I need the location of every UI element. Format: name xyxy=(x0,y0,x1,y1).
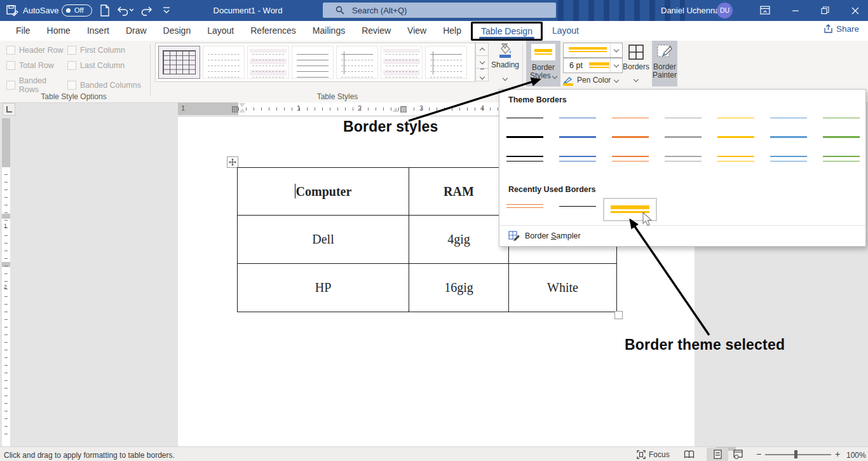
customize-quick-access-toolbar-icon[interactable] xyxy=(163,6,170,14)
minimize-button[interactable] xyxy=(783,0,808,21)
restore-button[interactable] xyxy=(812,0,837,21)
theme-border-swatch[interactable] xyxy=(770,118,807,118)
gallery-scroll-down-button[interactable] xyxy=(475,55,489,69)
checkbox-total-row[interactable]: Total Row xyxy=(6,61,67,70)
table-cell[interactable]: HP xyxy=(238,264,409,312)
print-layout-button[interactable] xyxy=(707,448,728,461)
table-style-thumbnail[interactable] xyxy=(292,46,334,79)
theme-border-swatch[interactable] xyxy=(770,156,807,162)
theme-border-swatch[interactable] xyxy=(559,118,596,118)
zoom-level[interactable]: 100% xyxy=(846,451,866,460)
table-style-thumbnail[interactable] xyxy=(247,46,289,79)
right-indent-marker[interactable] xyxy=(393,107,399,112)
redo-button[interactable] xyxy=(141,5,153,16)
recent-border-swatch-black-thin[interactable] xyxy=(559,206,596,207)
theme-border-swatch[interactable] xyxy=(559,136,596,138)
tab-insert[interactable]: Insert xyxy=(79,22,118,40)
tab-review[interactable]: Review xyxy=(353,22,399,40)
save-icon[interactable] xyxy=(6,4,18,17)
focus-button[interactable]: Focus xyxy=(637,450,670,459)
search-input[interactable]: Search (Alt+Q) xyxy=(323,3,556,18)
recent-border-swatch-yellow-selected[interactable] xyxy=(603,198,657,221)
theme-border-swatch[interactable] xyxy=(665,156,702,162)
tab-mailings[interactable]: Mailings xyxy=(304,22,353,40)
line-weight-dropdown-arrow[interactable] xyxy=(610,58,622,72)
theme-border-swatch[interactable] xyxy=(823,118,860,118)
tab-home[interactable]: Home xyxy=(39,22,79,40)
zoom-slider-track[interactable] xyxy=(765,454,831,455)
table-cell[interactable]: White xyxy=(509,264,617,312)
tab-draw[interactable]: Draw xyxy=(118,22,155,40)
theme-border-swatch[interactable] xyxy=(770,136,807,138)
table-column-marker[interactable] xyxy=(400,106,407,113)
tab-help[interactable]: Help xyxy=(435,22,470,40)
pen-color-button[interactable]: Pen Color xyxy=(563,74,627,86)
close-button[interactable] xyxy=(843,0,868,21)
share-button[interactable]: Share xyxy=(824,24,859,34)
theme-border-swatch[interactable] xyxy=(612,136,649,138)
table-resize-handle[interactable] xyxy=(614,311,623,319)
checkbox-first-column[interactable]: First Column xyxy=(67,46,141,55)
tab-references[interactable]: References xyxy=(242,22,304,40)
zoom-slider-thumb[interactable] xyxy=(794,450,797,458)
checkbox-last-column[interactable]: Last Column xyxy=(67,61,141,70)
tab-design[interactable]: Design xyxy=(155,22,200,40)
table-move-handle[interactable] xyxy=(227,156,238,168)
autosave-toggle[interactable]: Off xyxy=(62,4,92,17)
theme-border-swatch[interactable] xyxy=(717,118,754,118)
avatar[interactable]: DU xyxy=(717,3,733,18)
shading-button[interactable]: Shading xyxy=(489,42,521,86)
theme-border-swatch[interactable] xyxy=(717,136,754,138)
table-cell[interactable]: 16gig xyxy=(409,264,509,312)
theme-border-swatch[interactable] xyxy=(612,156,649,162)
tab-file[interactable]: File xyxy=(8,22,39,40)
theme-border-swatch[interactable] xyxy=(823,156,860,162)
zoom-in-button[interactable]: + xyxy=(835,449,840,459)
table-cell[interactable]: Computer xyxy=(238,168,409,216)
recent-border-swatch-orange-double[interactable] xyxy=(506,204,543,208)
table-style-thumbnail[interactable] xyxy=(381,46,423,79)
line-style-combobox[interactable] xyxy=(563,43,623,58)
line-weight-combobox[interactable]: 6 pt xyxy=(563,58,623,73)
tab-view[interactable]: View xyxy=(399,22,435,40)
table-cell[interactable]: 4gig xyxy=(409,216,509,264)
undo-button[interactable] xyxy=(117,5,133,16)
tab-stop-selector[interactable] xyxy=(3,103,15,116)
checkbox-banded-rows[interactable]: Banded Rows xyxy=(6,76,67,94)
table-cell[interactable]: RAM xyxy=(409,168,509,216)
border-painter-button[interactable]: Border Painter xyxy=(652,41,677,86)
table-style-thumbnail-grid[interactable] xyxy=(158,46,200,79)
ribbon-display-options-button[interactable] xyxy=(760,6,770,15)
table-style-thumbnail[interactable] xyxy=(336,46,378,79)
read-mode-button[interactable] xyxy=(684,450,695,458)
line-style-dropdown-arrow[interactable] xyxy=(610,43,622,57)
theme-border-swatch[interactable] xyxy=(506,136,543,138)
table-style-thumbnail[interactable] xyxy=(425,46,467,79)
tab-table-design[interactable]: Table Design xyxy=(473,24,541,39)
table-column-marker[interactable] xyxy=(232,106,238,113)
theme-border-swatch[interactable] xyxy=(559,156,596,162)
theme-border-swatch[interactable] xyxy=(612,118,649,118)
tab-layout[interactable]: Layout xyxy=(199,22,242,40)
vertical-ruler[interactable]: 1 2 xyxy=(2,118,10,446)
gallery-scroll-up-button[interactable] xyxy=(475,43,489,56)
theme-border-swatch[interactable] xyxy=(506,156,543,162)
theme-border-swatch[interactable] xyxy=(665,136,702,138)
border-styles-button[interactable]: Border Styles xyxy=(526,41,560,86)
table-style-thumbnail[interactable] xyxy=(203,46,245,79)
checkbox-header-row[interactable]: Header Row xyxy=(6,46,67,55)
borders-button[interactable]: Borders xyxy=(623,41,649,86)
theme-border-swatch[interactable] xyxy=(506,118,543,118)
border-sampler-menu-item[interactable]: Border Sampler xyxy=(499,228,865,245)
first-line-indent-marker[interactable] xyxy=(239,103,245,107)
web-layout-button[interactable] xyxy=(733,450,743,459)
tab-table-layout[interactable]: Layout xyxy=(544,22,587,40)
theme-border-swatch[interactable] xyxy=(665,118,702,118)
gallery-more-button[interactable] xyxy=(475,68,489,81)
table-cell[interactable]: Dell xyxy=(238,216,409,264)
theme-border-swatch[interactable] xyxy=(823,136,860,138)
new-document-icon[interactable] xyxy=(100,4,110,17)
hanging-indent-marker[interactable] xyxy=(239,108,245,113)
theme-border-swatch[interactable] xyxy=(717,156,754,162)
zoom-out-button[interactable]: − xyxy=(756,449,761,459)
